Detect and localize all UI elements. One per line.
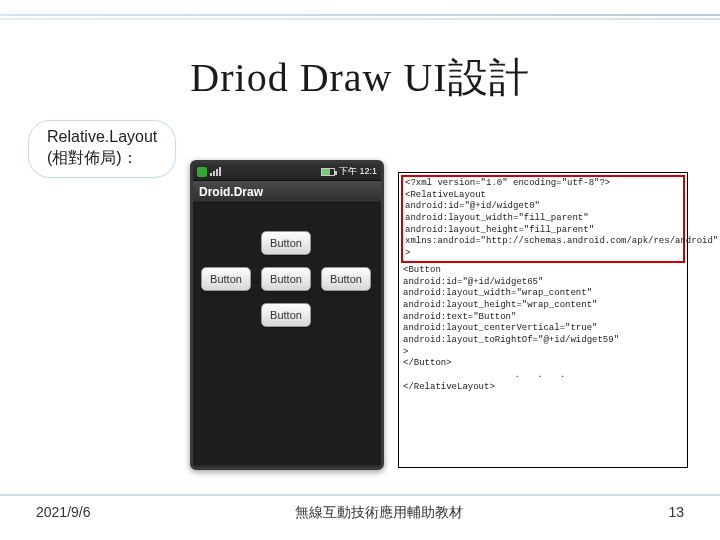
code-line: <RelativeLayout: [405, 190, 681, 202]
code-line: android:layout_height="wrap_content": [403, 300, 683, 312]
button-widget[interactable]: Button: [321, 267, 371, 291]
button-label: Button: [210, 273, 242, 285]
code-line: android:id="@+id/widget65": [403, 277, 683, 289]
layout-canvas: Button Button Button Button Button: [193, 203, 381, 465]
app-header-text: Droid.Draw: [199, 185, 263, 199]
code-ellipsis: . . .: [403, 370, 683, 382]
app-header: Droid.Draw: [193, 181, 381, 203]
code-line: android:layout_toRightOf="@+id/widget59": [403, 335, 683, 347]
layout-badge: Relative.Layout (相對佈局)：: [28, 120, 176, 178]
button-widget[interactable]: Button: [261, 303, 311, 327]
signal-icon: [210, 167, 221, 176]
code-highlight: <?xml version="1.0" encoding="utf-8"?> <…: [401, 175, 685, 263]
status-time: 下午 12:1: [339, 165, 377, 178]
code-line: android:id="@+id/widget0": [405, 201, 681, 213]
badge-line2: (相對佈局)：: [47, 148, 157, 169]
code-line: <Button: [403, 265, 683, 277]
button-widget[interactable]: Button: [261, 231, 311, 255]
footer-date: 2021/9/6: [36, 504, 91, 522]
title-cjk: 設計: [448, 55, 530, 100]
code-line: android:layout_height="fill_parent": [405, 225, 681, 237]
button-widget[interactable]: Button: [261, 267, 311, 291]
code-line: </Button>: [403, 358, 683, 370]
battery-icon: [321, 168, 335, 176]
code-line: </RelativeLayout>: [403, 382, 683, 394]
code-line: android:layout_width="wrap_content": [403, 288, 683, 300]
code-line: android:layout_width="fill_parent": [405, 213, 681, 225]
button-label: Button: [270, 273, 302, 285]
slide-title: Driod Draw UI設計: [0, 50, 720, 105]
button-label: Button: [270, 237, 302, 249]
code-line: <?xml version="1.0" encoding="utf-8"?>: [405, 178, 681, 190]
footer-rule: [0, 494, 720, 496]
button-widget[interactable]: Button: [201, 267, 251, 291]
code-line: android:layout_centerVertical="true": [403, 323, 683, 335]
phone-mock: 下午 12:1 Droid.Draw Button Button Button …: [190, 160, 384, 470]
g-icon: [197, 167, 207, 177]
button-label: Button: [330, 273, 362, 285]
footer-page: 13: [668, 504, 684, 522]
badge-line1: Relative.Layout: [47, 127, 157, 148]
code-line: android:text="Button": [403, 312, 683, 324]
xml-code-panel: <?xml version="1.0" encoding="utf-8"?> <…: [398, 172, 688, 468]
code-line: >: [405, 248, 681, 260]
footer-center: 無線互動技術應用輔助教材: [295, 504, 463, 522]
slide-footer: 2021/9/6 無線互動技術應用輔助教材 13: [0, 504, 720, 522]
button-label: Button: [270, 309, 302, 321]
code-line: >: [403, 347, 683, 359]
top-decoration: [0, 14, 720, 24]
code-line: xmlns:android="http://schemas.android.co…: [405, 236, 681, 248]
status-bar: 下午 12:1: [193, 163, 381, 181]
title-en: Driod Draw UI: [190, 55, 447, 100]
